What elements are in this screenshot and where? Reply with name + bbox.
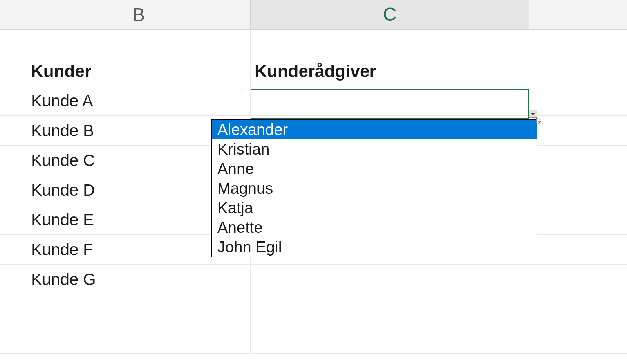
cell-d3[interactable] [529, 86, 627, 115]
row-header[interactable] [0, 175, 27, 205]
cell-c3-selected[interactable] [251, 86, 529, 115]
dropdown-option[interactable]: Kristian [212, 139, 537, 159]
row-header[interactable] [0, 294, 27, 324]
chevron-down-icon [531, 110, 535, 117]
column-header-c[interactable]: C [251, 0, 529, 29]
data-validation-dropdown-list[interactable]: Alexander Kristian Anne Magnus Katja Ane… [211, 119, 537, 257]
row-2: Kunder Kunderådgiver [0, 56, 627, 86]
cell-b3[interactable]: Kunde A [27, 86, 251, 115]
cell-d7[interactable] [529, 205, 627, 234]
row-header[interactable] [0, 146, 27, 175]
cell-d5[interactable] [529, 146, 627, 175]
cell-b11[interactable] [27, 324, 251, 353]
row-header[interactable] [0, 30, 27, 56]
row-header[interactable] [0, 56, 27, 86]
row-9: Kunde G [0, 265, 627, 294]
row-11 [0, 324, 627, 354]
cell-d1[interactable] [529, 30, 627, 56]
dropdown-option[interactable]: Anette [212, 218, 537, 237]
dropdown-option[interactable]: John Egil [212, 237, 537, 257]
dropdown-option[interactable]: Alexander [212, 120, 537, 139]
cell-b10[interactable] [27, 294, 251, 324]
row-header[interactable] [0, 205, 27, 234]
dropdown-option[interactable]: Katja [212, 198, 537, 218]
cell-c2[interactable]: Kunderådgiver [251, 56, 529, 86]
row-1 [0, 30, 627, 56]
row-header[interactable] [0, 86, 27, 115]
column-header-b[interactable]: B [27, 0, 251, 29]
data-validation-dropdown-button[interactable] [529, 110, 537, 118]
svg-marker-0 [531, 113, 535, 115]
row-header[interactable] [0, 235, 27, 264]
spreadsheet-grid: B C Kunder Kunderådgiver Kunde A Kunde B… [0, 0, 627, 364]
column-header-row: B C [0, 0, 627, 30]
cell-d8[interactable] [529, 235, 627, 264]
cell-d9[interactable] [529, 265, 627, 294]
cell-c1[interactable] [251, 30, 529, 56]
cell-c11[interactable] [251, 324, 529, 353]
select-all-corner[interactable] [0, 0, 27, 29]
column-header-d[interactable] [529, 0, 627, 29]
cell-d10[interactable] [529, 294, 627, 324]
cell-c9[interactable] [251, 265, 529, 294]
row-header[interactable] [0, 265, 27, 294]
cell-d4[interactable] [529, 116, 627, 145]
cell-b2[interactable]: Kunder [27, 56, 251, 86]
dropdown-option[interactable]: Anne [212, 159, 537, 178]
cell-d11[interactable] [529, 324, 627, 353]
cell-b1[interactable] [27, 30, 251, 56]
cell-b9[interactable]: Kunde G [27, 265, 251, 294]
row-10 [0, 294, 627, 324]
cell-d6[interactable] [529, 175, 627, 205]
cell-d2[interactable] [529, 56, 627, 86]
cell-c10[interactable] [251, 294, 529, 324]
row-header[interactable] [0, 324, 27, 353]
dropdown-option[interactable]: Magnus [212, 178, 537, 198]
row-header[interactable] [0, 116, 27, 145]
